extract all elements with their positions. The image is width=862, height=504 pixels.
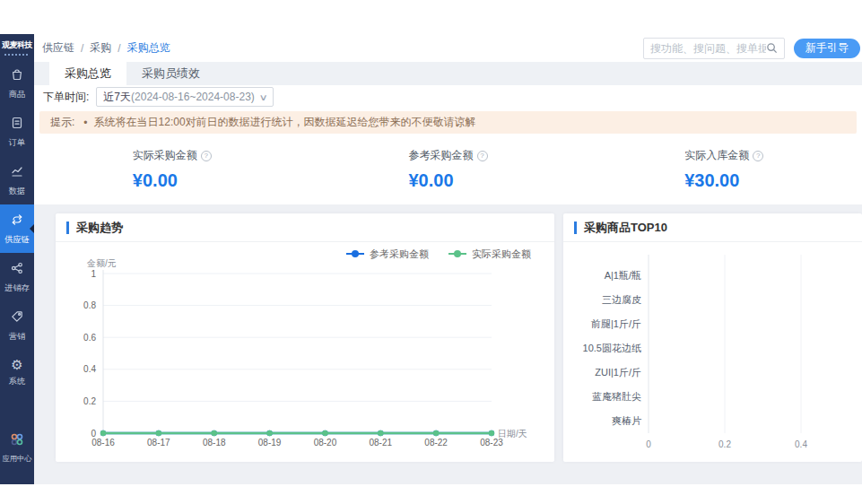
svg-text:08-20: 08-20 (314, 438, 337, 448)
tag-icon (10, 309, 24, 327)
svg-text:08-23: 08-23 (480, 438, 503, 448)
sidebar: 观麦科技 商品 订单 数据 供应链 (0, 34, 34, 484)
sidebar-item-app-center[interactable]: 应用中心 (0, 424, 34, 472)
sidebar-item-data[interactable]: 数据 (0, 156, 34, 204)
metric-value: ¥0.00 (133, 170, 212, 191)
title-accent-bar (66, 222, 69, 234)
svg-text:08-17: 08-17 (147, 438, 170, 448)
svg-text:蓝庵猪肚尖: 蓝庵猪肚尖 (592, 391, 641, 402)
app-logo: 观麦科技 (0, 34, 34, 53)
main-content: 供应链 / 采购 / 采购总览 新手引导 采购总览 采购员绩效 (34, 34, 862, 484)
metric-reference-purchase: 参考采购金额? ¥0.00 (310, 148, 587, 191)
sidebar-item-label: 进销存 (4, 282, 30, 294)
metrics-row: 实际采购金额? ¥0.00 参考采购金额? ¥0.00 实际入库金额? ¥30.… (34, 136, 862, 204)
metric-label: 实际入库金额 (684, 148, 749, 163)
page: 观麦科技 商品 订单 数据 供应链 (0, 0, 862, 504)
top10-products-panel: 采购商品TOP10 00.20.4A|1瓶/瓶三边腐皮前腿|1斤/斤10.5圆花… (563, 213, 862, 462)
global-search[interactable] (643, 38, 785, 59)
sidebar-item-label: 供应链 (4, 234, 30, 246)
svg-text:0.2: 0.2 (718, 439, 731, 449)
help-icon[interactable]: ? (753, 151, 763, 161)
tab-purchase-overview[interactable]: 采购总览 (49, 62, 126, 85)
sidebar-nav: 商品 订单 数据 供应链 进销存 (0, 59, 34, 484)
title-accent-bar (574, 222, 577, 234)
breadcrumb-purchase-overview[interactable]: 采购总览 (127, 40, 170, 56)
svg-text:10.5圆花边纸: 10.5圆花边纸 (583, 343, 641, 353)
data-icon (10, 164, 24, 182)
order-icon (10, 116, 24, 134)
notice-prefix: 提示: (50, 115, 74, 130)
search-icon (766, 42, 778, 54)
panel-title: 采购商品TOP10 (584, 220, 667, 236)
svg-text:0.6: 0.6 (83, 333, 96, 343)
sidebar-item-supply-chain[interactable]: 供应链 (0, 204, 34, 253)
sidebar-item-label: 营销 (9, 331, 25, 343)
sidebar-item-label: 应用中心 (2, 454, 31, 465)
sidebar-item-goods[interactable]: 商品 (0, 59, 34, 108)
sidebar-item-system[interactable]: ⚙ 系统 (0, 350, 34, 395)
topbar: 供应链 / 采购 / 采购总览 新手引导 (34, 34, 862, 62)
topbar-right: 新手引导 (643, 38, 862, 59)
svg-text:08-22: 08-22 (424, 438, 448, 448)
svg-text:08-16: 08-16 (91, 438, 115, 448)
metric-actual-inbound: 实际入库金额? ¥30.00 (586, 148, 862, 191)
svg-text:A|1瓶/瓶: A|1瓶/瓶 (605, 270, 641, 281)
date-range-select[interactable]: 近7天 (2024-08-16~2024-08-23) ∨ (96, 87, 274, 107)
svg-text:08-19: 08-19 (258, 438, 282, 448)
gear-icon: ⚙ (11, 358, 22, 372)
svg-text:0.8: 0.8 (83, 300, 96, 310)
svg-text:08-21: 08-21 (369, 438, 392, 448)
bag-icon (10, 67, 24, 85)
svg-text:0: 0 (646, 439, 651, 449)
trend-chart-svg: 金额/元00.20.40.60.8108-1608-1708-1808-1908… (56, 257, 533, 458)
date-range-dates: (2024-08-16~2024-08-23) (131, 91, 255, 103)
inventory-icon (10, 261, 24, 279)
metric-label: 实际采购金额 (133, 148, 197, 163)
panel-title: 采购趋势 (76, 220, 123, 236)
svg-text:ZUI|1斤/斤: ZUI|1斤/斤 (595, 367, 641, 378)
legend-marker-icon (346, 250, 364, 257)
purchase-trend-panel: 采购趋势 参考采购金额 实际采购金额 金额/元00.20.40.60.8108-… (56, 213, 554, 462)
sidebar-item-marketing[interactable]: 营销 (0, 301, 34, 350)
logo-subtext (4, 54, 30, 56)
svg-text:前腿|1斤/斤: 前腿|1斤/斤 (590, 318, 641, 329)
svg-text:0.2: 0.2 (83, 396, 96, 406)
sidebar-item-orders[interactable]: 订单 (0, 108, 34, 156)
search-input[interactable] (650, 42, 766, 55)
help-icon[interactable]: ? (477, 151, 488, 161)
sidebar-item-label: 数据 (9, 186, 25, 197)
newbie-guide-button[interactable]: 新手引导 (794, 39, 860, 58)
breadcrumb: 供应链 / 采购 / 采购总览 (42, 40, 170, 56)
svg-text:爽椿片: 爽椿片 (612, 415, 641, 426)
app-window: 观麦科技 商品 订单 数据 供应链 (0, 34, 862, 484)
legend-marker-icon (448, 250, 466, 257)
notice-bullet: • (83, 117, 87, 129)
notice-bar: 提示: • 系统将在当日12:00对前日的数据进行统计，因数据延迟给您带来的不便… (39, 111, 857, 134)
breadcrumb-supply-chain[interactable]: 供应链 (42, 40, 74, 56)
top10-chart-svg: 00.20.4A|1瓶/瓶三边腐皮前腿|1斤/斤10.5圆花边纸ZUI|1斤/斤… (563, 242, 862, 456)
supply-chain-icon (10, 213, 24, 230)
svg-text:1: 1 (91, 269, 96, 279)
sidebar-item-label: 系统 (9, 376, 25, 387)
breadcrumb-separator: / (118, 42, 120, 55)
svg-text:0.4: 0.4 (795, 439, 807, 449)
svg-text:金额/元: 金额/元 (86, 258, 117, 268)
tab-buyer-performance[interactable]: 采购员绩效 (126, 62, 215, 85)
panel-header: 采购商品TOP10 (563, 213, 862, 242)
chart-legend: 参考采购金额 实际采购金额 (56, 242, 554, 257)
metric-label: 参考采购金额 (409, 148, 474, 163)
sidebar-item-label: 商品 (9, 89, 25, 100)
filter-row: 下单时间: 近7天 (2024-08-16~2024-08-23) ∨ (34, 85, 862, 109)
charts-row: 采购趋势 参考采购金额 实际采购金额 金额/元00.20.40.60.8108-… (34, 204, 862, 484)
breadcrumb-separator: / (81, 42, 83, 55)
order-time-label: 下单时间: (43, 90, 89, 105)
breadcrumb-purchase[interactable]: 采购 (90, 40, 111, 56)
date-range-value: 近7天 (103, 90, 131, 105)
sidebar-item-label: 订单 (9, 137, 25, 149)
metric-actual-purchase: 实际采购金额? ¥0.00 (34, 148, 310, 191)
metric-value: ¥30.00 (684, 170, 763, 191)
sidebar-item-inventory[interactable]: 进销存 (0, 253, 34, 301)
help-icon[interactable]: ? (201, 151, 212, 161)
app-center-icon (10, 432, 24, 450)
svg-text:0: 0 (91, 429, 96, 439)
